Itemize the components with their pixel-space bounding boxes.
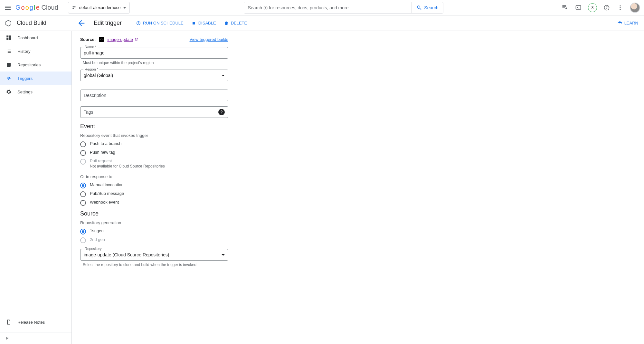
svg-point-2 bbox=[72, 8, 74, 9]
event-subhead2: Or in response to bbox=[80, 174, 228, 179]
source-label: Source: bbox=[80, 37, 96, 42]
radio-icon bbox=[80, 200, 86, 206]
external-link-icon bbox=[134, 37, 138, 41]
nav-repositories[interactable]: Repositories bbox=[0, 58, 71, 72]
nav-label: Triggers bbox=[17, 76, 33, 81]
cloud-shell-icon[interactable] bbox=[574, 4, 582, 12]
list-icon bbox=[6, 48, 12, 54]
source-link[interactable]: image-update bbox=[107, 37, 138, 42]
view-triggered-builds-link[interactable]: View triggered builds bbox=[190, 37, 228, 42]
nav-dashboard[interactable]: Dashboard bbox=[0, 31, 71, 44]
svg-rect-12 bbox=[6, 337, 6, 339]
repository-label: Repository bbox=[83, 247, 103, 251]
repository-helper: Select the repository to clone and build… bbox=[83, 263, 228, 267]
radio-icon bbox=[80, 191, 86, 197]
radio-icon bbox=[80, 183, 86, 188]
search-input[interactable] bbox=[244, 2, 412, 13]
svg-rect-3 bbox=[576, 5, 581, 9]
region-select[interactable]: global (Global) bbox=[80, 70, 228, 81]
project-name: default-alexanderhose bbox=[79, 5, 121, 10]
chevron-down-icon bbox=[222, 254, 225, 256]
avatar[interactable] bbox=[630, 3, 640, 13]
nav-triggers[interactable]: Triggers bbox=[0, 72, 71, 85]
svg-point-0 bbox=[72, 6, 74, 7]
radio-icon bbox=[80, 237, 86, 243]
description-input[interactable]: Description bbox=[80, 90, 228, 101]
dashboard-icon bbox=[6, 35, 12, 41]
collapse-sidebar-button[interactable] bbox=[0, 332, 71, 344]
svg-text:?: ? bbox=[606, 6, 608, 9]
svg-rect-11 bbox=[7, 63, 11, 67]
search-box[interactable]: Search bbox=[244, 2, 443, 14]
radio-2nd-gen[interactable]: 2nd gen bbox=[80, 237, 228, 243]
cloud-build-icon bbox=[5, 19, 12, 27]
gear-icon bbox=[6, 89, 12, 95]
back-arrow-icon[interactable] bbox=[77, 19, 86, 28]
page-title: Edit trigger bbox=[94, 20, 122, 26]
nav-label: Repositories bbox=[17, 62, 41, 67]
more-icon[interactable] bbox=[616, 4, 624, 12]
name-label: Name * bbox=[83, 45, 98, 49]
svg-point-7 bbox=[620, 7, 620, 8]
region-label: Region * bbox=[83, 67, 99, 71]
radio-icon bbox=[80, 150, 86, 156]
nav-label: Dashboard bbox=[17, 35, 38, 40]
svg-point-1 bbox=[74, 6, 75, 7]
radio-webhook[interactable]: Webhook event bbox=[80, 200, 228, 206]
service-title: Cloud Build bbox=[17, 20, 46, 26]
help-icon[interactable]: ? bbox=[603, 4, 611, 12]
project-picker[interactable]: default-alexanderhose bbox=[68, 2, 130, 14]
source-heading: Source bbox=[80, 210, 228, 217]
run-on-schedule-button[interactable]: RUN ON SCHEDULE bbox=[136, 21, 184, 26]
repo-icon bbox=[6, 62, 12, 68]
tags-help-icon[interactable]: ? bbox=[218, 109, 225, 115]
delete-button[interactable]: DELETE bbox=[224, 21, 247, 26]
nav-label: Release Notes bbox=[17, 320, 45, 325]
radio-manual-invocation[interactable]: Manual invocation bbox=[80, 182, 228, 188]
svg-point-6 bbox=[620, 5, 620, 6]
nav-settings[interactable]: Settings bbox=[0, 85, 71, 99]
disable-button[interactable]: DISABLE bbox=[191, 21, 216, 26]
radio-push-branch[interactable]: Push to a branch bbox=[80, 141, 228, 147]
source-subhead: Repository generation bbox=[80, 220, 228, 225]
event-subhead: Repository event that invokes trigger bbox=[80, 133, 228, 138]
radio-icon bbox=[80, 159, 86, 165]
radio-1st-gen[interactable]: 1st gen bbox=[80, 228, 228, 234]
radio-icon bbox=[80, 141, 86, 147]
nav-label: History bbox=[17, 49, 30, 54]
notifications-badge[interactable]: 3 bbox=[588, 3, 597, 12]
notes-icon[interactable] bbox=[561, 4, 569, 12]
triggers-icon bbox=[6, 75, 12, 81]
radio-icon bbox=[80, 229, 86, 234]
radio-pull-request: Pull request Not available for Cloud Sou… bbox=[80, 158, 228, 168]
tags-input[interactable]: Tags ? bbox=[80, 106, 228, 118]
svg-rect-10 bbox=[193, 22, 195, 24]
menu-icon[interactable] bbox=[4, 4, 12, 12]
nav-release-notes[interactable]: Release Notes bbox=[0, 315, 71, 329]
google-cloud-logo[interactable]: Google Cloud bbox=[15, 4, 58, 11]
name-helper: Must be unique within the project's regi… bbox=[83, 61, 228, 65]
search-button[interactable]: Search bbox=[412, 2, 443, 13]
nav-label: Settings bbox=[17, 90, 33, 94]
repository-select[interactable]: image-update (Cloud Source Repositories) bbox=[80, 249, 228, 261]
learn-button[interactable]: LEARN bbox=[617, 21, 638, 26]
source-repo-icon: <> bbox=[99, 37, 104, 42]
nav-history[interactable]: History bbox=[0, 44, 71, 58]
radio-pubsub[interactable]: Pub/Sub message bbox=[80, 191, 228, 197]
event-heading: Event bbox=[80, 123, 228, 130]
chevron-down-icon bbox=[222, 75, 225, 76]
document-icon bbox=[6, 319, 12, 325]
name-input[interactable] bbox=[80, 47, 228, 59]
svg-point-8 bbox=[620, 9, 620, 10]
radio-push-tag[interactable]: Push new tag bbox=[80, 150, 228, 156]
